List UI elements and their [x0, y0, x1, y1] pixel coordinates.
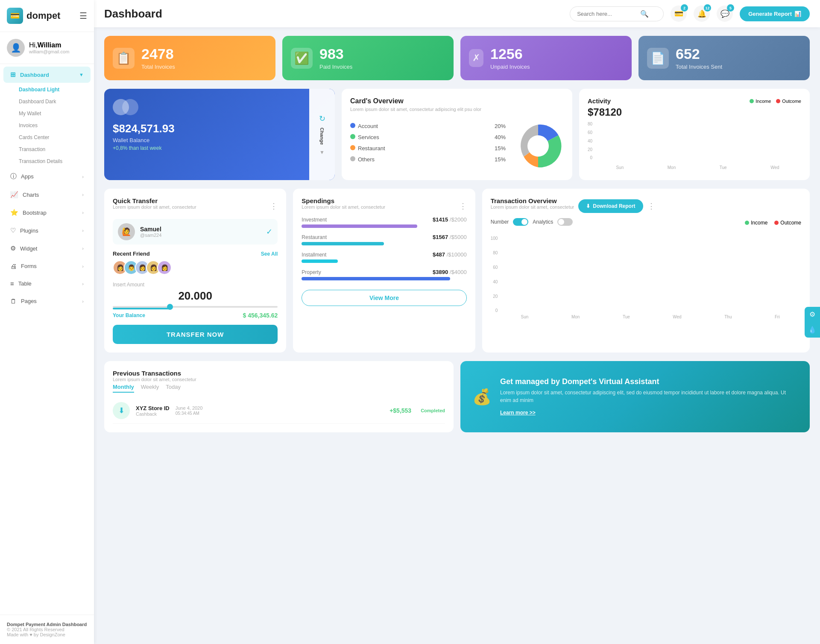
- subnav-transaction[interactable]: Transaction: [12, 143, 94, 155]
- tab-weekly[interactable]: Weekly: [141, 384, 159, 393]
- sidebar-item-apps[interactable]: ⓘ Apps ›: [3, 168, 91, 185]
- search-input[interactable]: [577, 11, 637, 17]
- quick-transfer-menu[interactable]: ⋮: [270, 201, 278, 211]
- spending-installment: Installment $487 /$10000: [302, 251, 466, 263]
- sidebar-footer: Dompet Payment Admin Dashboard © 2021 Al…: [0, 615, 94, 644]
- sidebar-item-pages[interactable]: 🗒 Pages ›: [3, 293, 91, 309]
- sidebar-item-charts[interactable]: 📈 Charts ›: [3, 186, 91, 203]
- wallet-amount: $824,571.93: [113, 122, 326, 135]
- change-button[interactable]: ↻ Change ▼: [309, 89, 335, 180]
- settings-button[interactable]: ⚙: [805, 307, 820, 322]
- pie-center-hole: [527, 135, 549, 157]
- chevron-right-icon: ›: [82, 228, 84, 233]
- property-bar: [302, 277, 450, 280]
- messages-badge: 5: [727, 4, 734, 12]
- outcome-legend-label: Outcome: [780, 220, 801, 226]
- user-name: William: [38, 41, 62, 49]
- footer-year: © 2021 All Rights Reserved: [7, 627, 87, 632]
- wallet-label: Wallet Balance: [113, 137, 326, 143]
- view-more-button[interactable]: View More: [302, 290, 466, 306]
- subnav-dashboard-light[interactable]: Dashboard Light: [12, 84, 94, 96]
- amount-slider[interactable]: [113, 306, 278, 309]
- co-row-restaurant: Restaurant 15%: [350, 144, 506, 152]
- balance-value: $ 456,345.62: [243, 312, 278, 319]
- search-box: 🔍: [570, 6, 664, 21]
- tab-monthly[interactable]: Monthly: [113, 384, 134, 393]
- generate-report-button[interactable]: Generate Report 📊: [740, 6, 810, 21]
- txn-name: XYZ Store ID: [136, 405, 170, 411]
- sidebar-item-plugins[interactable]: ♡ Plugins ›: [3, 222, 91, 239]
- sidebar-item-dashboard[interactable]: ⊞ Dashboard ▼: [3, 67, 91, 83]
- chevron-right-icon: ›: [82, 299, 84, 304]
- notifications-btn[interactable]: 🔔 12: [694, 6, 710, 22]
- transfer-now-button[interactable]: TRANSFER NOW: [113, 325, 278, 344]
- card-circle-2: [122, 99, 138, 115]
- stat-card-unpaid-invoices: ✗ 1256 Unpaid Invoices: [460, 36, 632, 80]
- paid-invoices-label: Paid Invoices: [319, 64, 352, 70]
- user-info: Hi,William william@gmail.com: [29, 41, 69, 54]
- subnav-dashboard-dark[interactable]: Dashboard Dark: [12, 96, 94, 108]
- subnav-my-wallet[interactable]: My Wallet: [12, 108, 94, 119]
- sidebar-item-label: Forms: [21, 263, 37, 269]
- quick-transfer-card: Quick Transfer Lorem ipsum dolor sit ame…: [104, 189, 286, 353]
- cards-overview-title: Card's Overview: [350, 97, 564, 105]
- analytics-toggle[interactable]: [557, 218, 573, 226]
- dashboard-subnav: Dashboard Light Dashboard Dark My Wallet…: [0, 84, 94, 167]
- sidebar-item-label: Apps: [21, 173, 34, 180]
- water-drop-button[interactable]: 💧: [805, 322, 820, 338]
- chevron-right-icon: ›: [82, 246, 84, 251]
- prev-txn-subtitle: Lorem ipsum dolor sit amet, consectetur: [113, 377, 196, 382]
- toggle-row: Number Analytics: [491, 218, 573, 226]
- va-title: Get managed by Dompet's Virtual Assistan…: [500, 377, 798, 386]
- see-all-link[interactable]: See All: [261, 251, 278, 257]
- txn-sub: Cashback: [136, 411, 170, 417]
- sidebar-item-label: Plugins: [20, 227, 38, 234]
- txn-status: Completed: [421, 408, 445, 413]
- hamburger-menu[interactable]: ☰: [79, 11, 87, 21]
- subnav-cards-center[interactable]: Cards Center: [12, 131, 94, 143]
- quick-transfer-subtitle: Lorem ipsum dolor sit amet, consectetur: [113, 204, 196, 210]
- cards-overview-subtitle: Lorem ipsum dolor sit amet, consectetur …: [350, 107, 564, 112]
- toggle-number-label: Number: [491, 219, 509, 225]
- txn-overview-subtitle: Lorem ipsum dolor sit amet, consectetur: [491, 204, 574, 210]
- last-row: Previous Transactions Lorem ipsum dolor …: [104, 361, 810, 432]
- footer-brand: Dompet Payment Admin Dashboard: [7, 622, 87, 627]
- sidebar-item-widget[interactable]: ⚙ Widget ›: [3, 240, 91, 256]
- widget-icon: ⚙: [10, 245, 16, 252]
- va-learn-more-link[interactable]: Learn more >>: [500, 410, 536, 416]
- featured-user-name: Samuel: [140, 226, 161, 233]
- download-report-label: Download Report: [593, 203, 635, 209]
- wallet-card: $824,571.93 Wallet Balance +0,8% than la…: [104, 89, 335, 180]
- wallet-icon-btn[interactable]: 💳 2: [671, 6, 687, 22]
- tab-today[interactable]: Today: [166, 384, 181, 393]
- sidebar-item-forms[interactable]: 🖨 Forms ›: [3, 258, 91, 274]
- sidebar-item-bootstrap[interactable]: ⭐ Bootstrap ›: [3, 204, 91, 221]
- messages-btn[interactable]: 💬 5: [717, 6, 733, 22]
- insert-amount-label: Insert Amount: [113, 282, 278, 288]
- co-row-services: Services 40%: [350, 133, 506, 141]
- others-dot: [350, 156, 355, 161]
- spendings-card: Spendings Lorem ipsum dolor sit amet, co…: [293, 189, 475, 353]
- download-report-button[interactable]: ⬇ Download Report: [578, 199, 643, 213]
- txn-overview-menu[interactable]: ⋮: [647, 201, 655, 211]
- sidebar-item-label: Charts: [23, 192, 39, 198]
- txn-date: June 4, 202005:34:45 AM: [176, 405, 384, 416]
- subnav-invoices[interactable]: Invoices: [12, 119, 94, 131]
- activity-bar-chart: [594, 125, 801, 163]
- sidebar: 💳 dompet ☰ 👤 Hi,William william@gmail.co…: [0, 0, 94, 644]
- stat-cards-row: 📋 2478 Total Invoices ✅ 983 Paid Invoice…: [104, 36, 810, 80]
- subnav-transaction-details[interactable]: Transaction Details: [12, 155, 94, 167]
- content-area: 📋 2478 Total Invoices ✅ 983 Paid Invoice…: [94, 27, 820, 644]
- sent-invoices-label: Total Invoices Sent: [676, 64, 722, 70]
- stat-card-paid-invoices: ✅ 983 Paid Invoices: [282, 36, 454, 80]
- friend-avatar-5[interactable]: 👩: [157, 260, 172, 275]
- activity-x-axis: Sun Mon Tue Wed: [594, 165, 801, 170]
- change-label: Change: [319, 128, 325, 145]
- chevron-right-icon: ›: [82, 210, 84, 215]
- number-toggle[interactable]: [513, 218, 528, 226]
- sidebar-item-table[interactable]: ≡ Table ›: [3, 276, 91, 291]
- spending-restaurant: Restaurant $1567 /$5000: [302, 234, 466, 245]
- sent-invoices-icon: 📄: [647, 48, 669, 69]
- spendings-menu[interactable]: ⋮: [459, 201, 467, 211]
- installment-bar: [302, 259, 338, 263]
